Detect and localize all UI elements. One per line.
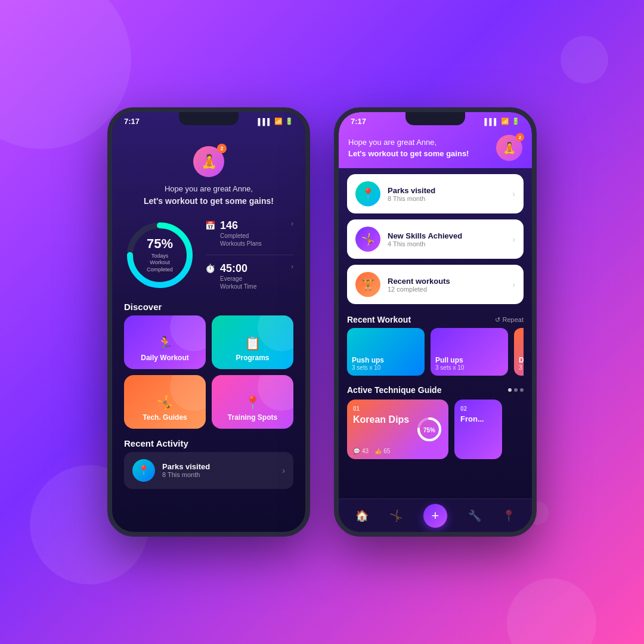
front-name: Fron... bbox=[460, 414, 496, 423]
stat-arrow-1: › bbox=[291, 219, 293, 228]
parks-title: Parks visited bbox=[162, 462, 210, 471]
nav-workout[interactable]: 🤸 bbox=[389, 509, 402, 522]
phone2-avatar-badge: 2 bbox=[516, 133, 524, 141]
parks-icon: 📍 bbox=[138, 465, 150, 476]
phone2-greeting-wrap: Hope you are great Anne, Let's workout t… bbox=[348, 137, 469, 160]
location-icon: 📍 bbox=[502, 509, 515, 522]
skills-info-sub: 4 This month bbox=[388, 240, 462, 247]
info-card-skills[interactable]: 🤸 New Skills Achieved 4 This month › bbox=[347, 219, 524, 259]
technique-korean-dips[interactable]: 01 Korean Dips 75% 💬 bbox=[347, 400, 448, 459]
nav-home[interactable]: 🏠 bbox=[355, 509, 369, 522]
phone2-avatar-emoji: 🧘 bbox=[503, 141, 516, 154]
stat-time: ⏱️ 45:00 Everage Workout Time › bbox=[205, 262, 293, 290]
workouts-info-text: Recent workouts 12 completed bbox=[388, 277, 450, 293]
dot-1 bbox=[508, 388, 512, 392]
phone-container: 7:17 ▌▌▌ 📶 🔋 🧘 2 Hope you are great Anne… bbox=[107, 107, 537, 537]
skills-info-icon: 🤸 bbox=[355, 227, 380, 252]
nav-location[interactable]: 📍 bbox=[502, 509, 515, 522]
korean-comments: 💬 43 bbox=[353, 448, 369, 454]
phone2-greeting-line2: Let's workout to get some gains! bbox=[348, 148, 469, 160]
card-training-spots[interactable]: 📍 Training Spots bbox=[212, 375, 293, 429]
calendar-icon: 📅 bbox=[205, 221, 215, 230]
activity-card[interactable]: 📍 Parks visited 8 This month › bbox=[124, 452, 293, 489]
add-button[interactable]: + bbox=[423, 504, 447, 528]
card-daily-workout[interactable]: 🏃 Daily Workout bbox=[124, 315, 206, 369]
parks-info-icon: 📍 bbox=[355, 181, 380, 206]
stat-label-1: Completed Workouts Plans bbox=[220, 232, 262, 247]
avatar-emoji: 🧘 bbox=[201, 154, 217, 169]
phone2-status-icons: ▌▌▌ 📶 🔋 bbox=[485, 117, 520, 125]
rw-repeat[interactable]: ↺ Repeat bbox=[495, 316, 524, 324]
workouts-info-icon: 🏋️ bbox=[355, 272, 380, 297]
technique-front[interactable]: 02 Fron... bbox=[454, 400, 502, 459]
battery-icon: 🔋 bbox=[285, 117, 293, 125]
info-card-workouts[interactable]: 🏋️ Recent workouts 12 completed › bbox=[347, 265, 524, 304]
like-icon: 👍 bbox=[374, 448, 382, 454]
progress-percent: 75% bbox=[142, 236, 178, 252]
phone1-time: 7:17 bbox=[124, 117, 140, 126]
info-card-parks[interactable]: 📍 Parks visited 8 This month › bbox=[347, 174, 524, 213]
discover-title: Discover bbox=[112, 297, 305, 315]
daily-workout-icon: 🏃 bbox=[157, 336, 173, 351]
progress-center: 75% Todays WorkoutCompleted bbox=[142, 236, 178, 274]
training-spots-icon: 📍 bbox=[244, 395, 261, 411]
progress-section: 75% Todays WorkoutCompleted 📅 146 Comple… bbox=[112, 213, 305, 297]
recent-activity-title: Recent Activity bbox=[124, 434, 293, 452]
activity-text: Parks visited 8 This month bbox=[162, 462, 210, 478]
activity-icon: 📍 bbox=[132, 459, 155, 482]
pushups-title: Push ups bbox=[352, 356, 420, 364]
repeat-icon: ↺ bbox=[495, 316, 500, 324]
svg-text:75%: 75% bbox=[423, 427, 435, 434]
stat-workouts: 📅 146 Completed Workouts Plans › bbox=[205, 219, 293, 247]
phone2-status-bar: 7:17 ▌▌▌ 📶 🔋 bbox=[339, 112, 532, 128]
technique-cards: 01 Korean Dips 75% 💬 bbox=[347, 400, 524, 459]
nav-add[interactable]: + bbox=[423, 504, 447, 528]
avatar-badge: 2 bbox=[217, 144, 227, 153]
at-header: Active Technique Guide bbox=[347, 383, 524, 400]
greeting-text: Hope you are great Anne, Let's workout t… bbox=[124, 183, 293, 208]
phone1-screen: 7:17 ▌▌▌ 📶 🔋 🧘 2 Hope you are great Anne… bbox=[112, 112, 305, 532]
tech-guides-label: Tech. Guides bbox=[143, 413, 187, 422]
pullups-sets: 3 sets x 10 bbox=[435, 364, 503, 371]
wifi-icon: 📶 bbox=[274, 117, 283, 125]
phone2-scroll: 📍 Parks visited 8 This month › 🤸 New Ski… bbox=[339, 168, 532, 504]
parks-info-sub: 8 This month bbox=[388, 195, 435, 202]
stats-right: 📅 146 Completed Workouts Plans › ⏱️ bbox=[205, 219, 293, 290]
stat-number-2: 45:00 bbox=[220, 262, 257, 275]
workout-cards: Push ups 3 sets x 10 Pull ups 3 sets x 1… bbox=[347, 328, 524, 376]
stat-label-2: Everage Workout Time bbox=[220, 275, 257, 290]
phone1-notch bbox=[179, 112, 239, 125]
discover-grid: 🏃 Daily Workout 📋 Programs 🤸 Tech. Guide… bbox=[112, 315, 305, 429]
programs-icon: 📋 bbox=[244, 336, 261, 351]
parks-info-arrow: › bbox=[512, 189, 515, 199]
phone-2: 7:17 ▌▌▌ 📶 🔋 Hope you are great Anne, Le… bbox=[334, 107, 537, 537]
workout-card-third[interactable]: Dips 3 sets x 10 bbox=[514, 328, 524, 376]
phone1-status-icons: ▌▌▌ 📶 🔋 bbox=[258, 117, 293, 125]
phone2-avatar[interactable]: 🧘 2 bbox=[496, 135, 522, 161]
at-section-title: Active Technique Guide bbox=[347, 385, 441, 395]
wifi2-icon: 📶 bbox=[501, 117, 509, 125]
card-tech-guides[interactable]: 🤸 Tech. Guides bbox=[124, 375, 206, 429]
workout-card-pullups[interactable]: Pull ups 3 sets x 10 bbox=[431, 328, 508, 376]
korean-progress-circle: 75% bbox=[416, 416, 442, 442]
phone-1: 7:17 ▌▌▌ 📶 🔋 🧘 2 Hope you are great Anne… bbox=[107, 107, 310, 537]
avatar-wrap[interactable]: 🧘 2 bbox=[193, 146, 224, 177]
bottom-nav: 🏠 🤸 + 🔧 📍 bbox=[339, 499, 532, 532]
workout-card-pushups[interactable]: Push ups 3 sets x 10 bbox=[347, 328, 425, 376]
workouts-info-title: Recent workouts bbox=[388, 277, 450, 286]
card-programs[interactable]: 📋 Programs bbox=[212, 315, 293, 369]
workout-nav-icon: 🤸 bbox=[389, 509, 402, 522]
skills-info-arrow: › bbox=[512, 234, 515, 244]
skills-info-title: New Skills Achieved bbox=[388, 231, 462, 240]
rw-section-title: Recent Workout bbox=[347, 315, 411, 324]
front-number: 02 bbox=[460, 405, 496, 412]
recent-activity: Recent Activity 📍 Parks visited 8 This m… bbox=[112, 429, 305, 489]
korean-number: 01 bbox=[353, 405, 442, 412]
workouts-info-arrow: › bbox=[512, 280, 515, 289]
home-icon: 🏠 bbox=[355, 509, 369, 522]
stat-time-info: 45:00 Everage Workout Time bbox=[220, 262, 257, 290]
nav-tools[interactable]: 🔧 bbox=[468, 509, 481, 522]
skills-info-text: New Skills Achieved 4 This month bbox=[388, 231, 462, 247]
parks-info-text: Parks visited 8 This month bbox=[388, 186, 435, 202]
at-dots bbox=[508, 388, 524, 392]
